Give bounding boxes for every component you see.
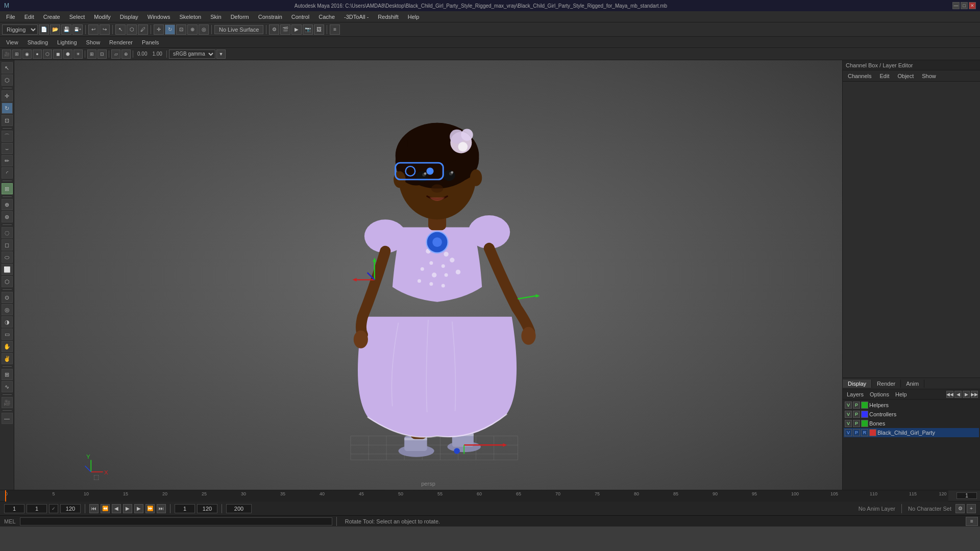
move-tool-btn[interactable]: ✛ xyxy=(154,24,164,35)
playhead[interactable] xyxy=(5,490,6,502)
frame-checkbox[interactable]: ✓ xyxy=(49,504,58,513)
mel-input[interactable] xyxy=(20,517,332,525)
vt-isolate-btn[interactable]: ◉ xyxy=(22,49,32,59)
create-poly-sphere[interactable]: ◌ xyxy=(2,227,13,238)
vt-frame-btn[interactable]: ⊞ xyxy=(12,49,21,59)
timeline[interactable]: 0 5 10 15 20 25 30 35 40 45 50 55 60 65 … xyxy=(0,490,980,501)
maya-menu-btn[interactable]: ≡ xyxy=(330,24,340,35)
range-start-field[interactable] xyxy=(175,504,195,513)
object-tab[interactable]: Object xyxy=(894,72,917,80)
edit-tab[interactable]: Edit xyxy=(876,72,892,80)
panels-menu[interactable]: Panels xyxy=(138,38,163,46)
main-v[interactable]: V xyxy=(845,429,852,436)
helpers-color[interactable] xyxy=(861,402,868,409)
universal-manip-btn[interactable]: ⊕ xyxy=(187,24,198,35)
new-scene-button[interactable]: 📄 xyxy=(39,24,49,35)
menu-cache[interactable]: Cache xyxy=(314,13,339,21)
menu-help[interactable]: Help xyxy=(404,13,424,21)
help-subtab[interactable]: Help xyxy=(893,391,909,398)
show-render-btn[interactable]: 🖼 xyxy=(314,24,324,35)
render-seq-btn[interactable]: ▶ xyxy=(291,24,302,35)
smooth-tool[interactable]: ◑ xyxy=(2,316,13,328)
create-poly-special[interactable]: ⬡ xyxy=(2,276,13,287)
menu-display[interactable]: Display xyxy=(116,13,142,21)
controllers-color[interactable] xyxy=(861,411,868,418)
menu-3dtall[interactable]: -3DToAll - xyxy=(340,13,373,21)
vt-color-settings-btn[interactable]: ▼ xyxy=(216,49,226,59)
show-manipulator[interactable]: ⊕ xyxy=(2,199,13,210)
vt-shadow-btn[interactable]: ● xyxy=(33,49,42,59)
layer-row-controllers[interactable]: V P Controllers xyxy=(844,410,979,419)
next-key-btn[interactable]: ⏩ xyxy=(145,504,155,513)
char-set-btn[interactable]: ⚙ xyxy=(955,504,965,513)
lasso-select-btn[interactable]: ⬡ xyxy=(127,24,137,35)
view-menu[interactable]: View xyxy=(2,38,22,46)
menu-edit[interactable]: Edit xyxy=(20,13,38,21)
snap-to-grid[interactable]: ⊞ xyxy=(2,369,13,380)
misc-btn[interactable]: — xyxy=(2,413,13,424)
menu-select[interactable]: Select xyxy=(65,13,89,21)
select-tool-btn[interactable]: ↖ xyxy=(115,24,126,35)
camera-btn[interactable]: 🎥 xyxy=(2,397,13,408)
layer-row-helpers[interactable]: V P Helpers xyxy=(844,400,979,410)
bones-color[interactable] xyxy=(861,420,868,427)
layers-subtab[interactable]: Layers xyxy=(845,391,866,398)
render-btn[interactable]: 🎬 xyxy=(280,24,290,35)
select-tool[interactable]: ↖ xyxy=(2,62,13,73)
flatten-tool[interactable]: ▭ xyxy=(2,329,13,340)
layer-arrow-right[interactable]: ▶▶ xyxy=(971,391,978,398)
bones-v[interactable]: V xyxy=(845,420,852,427)
viewport[interactable]: X Y ⬚ persp xyxy=(14,60,842,490)
layer-arrow-next[interactable]: ▶ xyxy=(963,391,970,398)
shading-menu[interactable]: Shading xyxy=(23,38,52,46)
ipr-btn[interactable]: 📷 xyxy=(303,24,313,35)
open-scene-button[interactable]: 📂 xyxy=(50,24,60,35)
layer-row-bones[interactable]: V P Bones xyxy=(844,419,979,428)
controllers-v[interactable]: V xyxy=(845,411,852,418)
helpers-v[interactable]: V xyxy=(845,402,852,409)
channels-tab[interactable]: Channels xyxy=(845,72,874,80)
rotate-tool-btn[interactable]: ↻ xyxy=(165,24,175,35)
menu-windows[interactable]: Windows xyxy=(143,13,175,21)
paint-skin-weights[interactable]: ⊞ xyxy=(2,183,13,194)
pinch-tool[interactable]: ✌ xyxy=(2,353,13,364)
layer-arrow-prev[interactable]: ◀ xyxy=(954,391,962,398)
pencil-tool[interactable]: ✏ xyxy=(2,155,13,166)
char-set-btn2[interactable]: + xyxy=(967,504,976,513)
lighting-menu[interactable]: Lighting xyxy=(53,38,81,46)
vt-wireframe-btn[interactable]: ⬡ xyxy=(43,49,52,59)
create-poly-plane[interactable]: ⬜ xyxy=(2,264,13,275)
redo-button[interactable]: ↪ xyxy=(100,24,110,35)
menu-skeleton[interactable]: Skeleton xyxy=(175,13,205,21)
range-end-field[interactable] xyxy=(197,504,217,513)
relax-tool[interactable]: ◎ xyxy=(2,304,13,315)
play-btn[interactable]: ▶ xyxy=(123,504,132,513)
close-button[interactable]: ✕ xyxy=(969,2,976,9)
maximize-button[interactable]: □ xyxy=(961,2,968,9)
save-scene-button[interactable]: 💾 xyxy=(61,24,71,35)
renderer-menu[interactable]: Renderer xyxy=(105,38,137,46)
main-p[interactable]: P xyxy=(853,429,860,436)
menu-redshift[interactable]: Redshift xyxy=(374,13,402,21)
end-frame-field[interactable] xyxy=(60,504,81,513)
timeline-ruler[interactable]: 0 5 10 15 20 25 30 35 40 45 50 55 60 65 … xyxy=(5,490,948,502)
main-r[interactable]: R xyxy=(861,429,868,436)
go-end-btn[interactable]: ⏭ xyxy=(157,504,166,513)
render-settings-btn[interactable]: ⚙ xyxy=(269,24,279,35)
menu-modify[interactable]: Modify xyxy=(90,13,114,21)
vt-grid-btn[interactable]: ⊞ xyxy=(87,49,96,59)
vt-smooth-btn[interactable]: ◼ xyxy=(53,49,62,59)
controllers-p[interactable]: P xyxy=(853,411,860,418)
current-frame-field[interactable] xyxy=(27,504,47,513)
create-poly-cyl[interactable]: ⬭ xyxy=(2,252,13,263)
anim-tab[interactable]: Anim xyxy=(901,380,924,388)
menu-skin[interactable]: Skin xyxy=(206,13,225,21)
helpers-p[interactable]: P xyxy=(853,402,860,409)
show-menu[interactable]: Show xyxy=(82,38,105,46)
display-tab[interactable]: Display xyxy=(843,380,872,388)
grab-tool[interactable]: ✋ xyxy=(2,341,13,352)
no-live-surface-btn[interactable]: No Live Surface xyxy=(214,25,263,34)
mode-dropdown[interactable]: Rigging xyxy=(2,24,38,35)
paint-select-btn[interactable]: 🖊 xyxy=(138,24,148,35)
scale-tool[interactable]: ⊡ xyxy=(2,115,13,126)
